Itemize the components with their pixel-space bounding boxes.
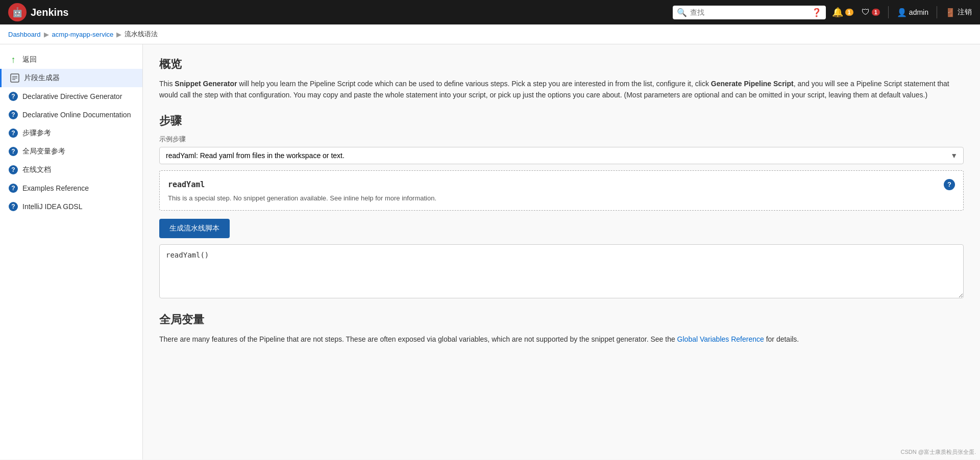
sidebar-item-step-ref[interactable]: ? 步骤参考 <box>0 124 142 142</box>
sidebar-item-directive[interactable]: ? Declarative Directive Generator <box>0 87 142 106</box>
sidebar-item-intellij[interactable]: ? IntelliJ IDEA GDSL <box>0 197 142 216</box>
header: 🤖 Jenkins 🔍 ❓ 🔔 1 🛡 1 👤 admin 🚪 注销 <box>0 0 980 24</box>
sidebar-item-back-label: 返回 <box>22 55 37 64</box>
shield-icon: 🛡 <box>862 8 870 17</box>
sidebar-item-online-doc2-label: 在线文档 <box>22 165 51 174</box>
online-doc-icon: ? <box>8 110 18 120</box>
sidebar: ↑ 返回 片段生成器 ? Declarative Directive Gener… <box>0 44 143 459</box>
sidebar-item-examples[interactable]: ? Examples Reference <box>0 179 142 197</box>
pipeline-script-output[interactable] <box>159 244 964 298</box>
jenkins-avatar: 🤖 <box>8 3 27 21</box>
sidebar-item-snippet-label: 片段生成器 <box>24 73 60 83</box>
notification-bell-button[interactable]: 🔔 1 <box>832 7 853 18</box>
username-label: admin <box>909 8 928 16</box>
overview-title: 概览 <box>159 57 964 72</box>
search-input[interactable] <box>690 8 808 16</box>
search-box: 🔍 ❓ <box>673 6 826 19</box>
code-block-note: This is a special step. No snippet gener… <box>168 194 955 202</box>
global-variables-link[interactable]: Global Variables Reference <box>677 335 764 343</box>
breadcrumb-dashboard[interactable]: Dashboard <box>8 31 41 38</box>
breadcrumb: Dashboard ▶ acmp-myapp-service ▶ 流水线语法 <box>0 24 980 44</box>
sidebar-item-intellij-label: IntelliJ IDEA GDSL <box>22 202 83 211</box>
global-var-icon: ? <box>8 146 18 157</box>
watermark: CSDN @富士康质检员张全蛋. <box>901 448 976 456</box>
logout-icon: 🚪 <box>945 8 955 17</box>
header-icons: 🔔 1 🛡 1 👤 admin 🚪 注销 <box>832 6 972 18</box>
sidebar-item-back[interactable]: ↑ 返回 <box>0 50 142 69</box>
breadcrumb-sep-2: ▶ <box>116 31 121 38</box>
global-description: There are many features of the Pipeline … <box>159 334 964 345</box>
sidebar-item-global-var[interactable]: ? 全局变量参考 <box>0 142 142 161</box>
breadcrumb-current: 流水线语法 <box>125 30 158 39</box>
user-icon: 👤 <box>897 8 907 17</box>
sidebar-item-global-var-label: 全局变量参考 <box>22 147 65 156</box>
user-menu-button[interactable]: 👤 admin <box>897 8 928 17</box>
logout-button[interactable]: 🚪 注销 <box>945 8 972 17</box>
sidebar-item-examples-label: Examples Reference <box>22 184 89 192</box>
sidebar-item-online-doc[interactable]: ? Declarative Online Documentation <box>0 106 142 124</box>
snippet-icon <box>10 73 20 83</box>
logout-label: 注销 <box>958 8 972 17</box>
search-icon: 🔍 <box>677 8 687 17</box>
step-select[interactable]: readYaml: Read yaml from files in the wo… <box>159 147 964 164</box>
notification-badge: 1 <box>845 9 853 16</box>
overview-text-p1: This <box>159 80 175 88</box>
jenkins-brand-text: Jenkins <box>31 7 68 18</box>
overview-bold2: Generate Pipeline Script <box>711 80 794 88</box>
steps-label: 示例步骤 <box>159 135 964 144</box>
global-text1: There are many features of the Pipeline … <box>159 335 677 343</box>
sidebar-item-online-doc2[interactable]: ? 在线文档 <box>0 161 142 179</box>
steps-section: 步骤 示例步骤 readYaml: Read yaml from files i… <box>159 113 964 300</box>
step-select-wrapper: readYaml: Read yaml from files in the wo… <box>159 147 964 164</box>
directive-icon: ? <box>8 91 18 101</box>
jenkins-logo-link[interactable]: 🤖 Jenkins <box>8 3 68 21</box>
examples-icon: ? <box>8 183 18 193</box>
code-help-button[interactable]: ? <box>944 179 955 190</box>
generate-btn-label: 生成流水线脚本 <box>169 224 219 232</box>
code-block-header: readYaml ? <box>168 179 955 190</box>
alert-badge: 1 <box>872 9 880 16</box>
breadcrumb-project[interactable]: acmp-myapp-service <box>52 31 114 38</box>
overview-bold1: Snippet Generator <box>175 80 237 88</box>
intellij-icon: ? <box>8 201 18 212</box>
overview-description: This Snippet Generator will help you lea… <box>159 78 964 101</box>
alert-button[interactable]: 🛡 1 <box>862 8 880 17</box>
generate-pipeline-script-button[interactable]: 生成流水线脚本 <box>159 219 230 238</box>
global-text2: for details. <box>764 335 799 343</box>
sidebar-item-step-ref-label: 步骤参考 <box>22 129 51 138</box>
main-layout: ↑ 返回 片段生成器 ? Declarative Directive Gener… <box>0 44 980 459</box>
steps-title: 步骤 <box>159 113 964 129</box>
help-circle-icon[interactable]: ❓ <box>812 8 822 17</box>
code-block: readYaml ? This is a special step. No sn… <box>159 170 964 211</box>
sidebar-item-snippet[interactable]: 片段生成器 <box>0 69 142 87</box>
code-block-name: readYaml <box>168 180 205 189</box>
global-section: 全局变量 There are many features of the Pipe… <box>159 312 964 345</box>
sidebar-item-directive-label: Declarative Directive Generator <box>22 92 122 100</box>
step-ref-icon: ? <box>8 128 18 138</box>
header-divider-2 <box>937 6 937 18</box>
output-textarea-wrapper <box>159 238 964 300</box>
back-icon: ↑ <box>8 55 18 65</box>
bell-icon: 🔔 <box>832 7 843 18</box>
overview-text-p2: will help you learn the Pipeline Script … <box>237 80 710 88</box>
breadcrumb-sep-1: ▶ <box>44 31 49 38</box>
online-doc2-icon: ? <box>8 165 18 175</box>
global-title: 全局变量 <box>159 312 964 327</box>
sidebar-item-online-doc-label: Declarative Online Documentation <box>22 111 131 119</box>
header-divider <box>888 6 889 18</box>
main-content: 概览 This Snippet Generator will help you … <box>143 44 980 459</box>
